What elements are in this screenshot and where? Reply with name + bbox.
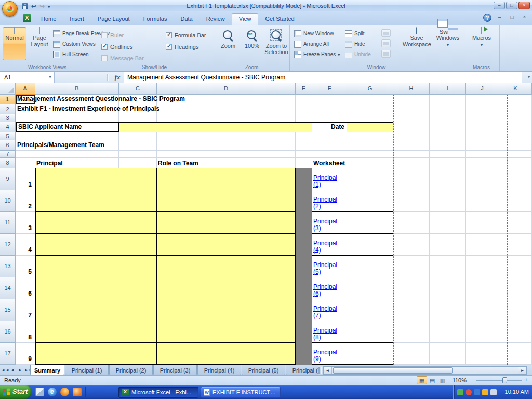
cell[interactable] [347,212,393,234]
cell[interactable] [466,158,499,168]
cell[interactable] [347,190,393,212]
row-header-5[interactable]: 5 [0,132,16,140]
divider-cell[interactable] [296,343,312,365]
cell[interactable] [296,132,312,140]
unhide-button[interactable]: Unhide [344,50,372,59]
page-layout-view-button[interactable]: Page Layout [28,27,51,60]
principal-number-cell[interactable]: 7 [16,299,35,321]
cell[interactable] [466,95,499,104]
scroll-right-icon[interactable]: ► [518,367,526,374]
column-header-G[interactable]: G [347,83,393,95]
cell[interactable] [430,140,466,151]
cell[interactable] [393,95,430,104]
role-cell[interactable] [157,234,296,256]
workbook-minimize-button[interactable] [495,14,504,21]
cell[interactable] [466,132,499,140]
role-cell[interactable] [157,190,296,212]
media-player-icon[interactable] [73,388,82,396]
principal-link[interactable]: Principal (6) [313,283,337,297]
column-header-B[interactable]: B [35,83,119,95]
antivirus-icon[interactable] [466,389,472,395]
tab-review[interactable]: Review [200,13,232,25]
cell[interactable] [430,234,466,256]
cell[interactable] [466,343,499,365]
cell[interactable] [296,158,312,168]
column-header-C[interactable]: C [119,83,157,95]
hide-button[interactable]: Hide [344,39,366,48]
cell[interactable] [393,140,430,151]
show-desktop-icon[interactable] [35,388,44,396]
cell[interactable] [430,299,466,321]
column-header-I[interactable]: I [430,83,466,95]
cell[interactable] [393,132,430,140]
worksheet-link-cell[interactable]: Principal (5) [312,256,347,277]
principal-link[interactable]: Principal (9) [313,349,337,363]
principal-name-cell[interactable] [35,190,157,212]
cell[interactable] [393,234,430,256]
divider-cell[interactable] [296,168,312,190]
cell[interactable] [430,321,466,343]
cell[interactable] [312,132,347,140]
cell[interactable] [393,122,430,132]
view-side-by-side-icon[interactable] [381,29,391,37]
sheet-tab-principal-5[interactable]: Principal (5) [242,365,285,376]
worksheet-link-cell[interactable]: Principal (2) [312,190,347,212]
cell[interactable] [430,343,466,365]
full-screen-button[interactable]: Full Screen [52,50,90,59]
cell[interactable] [312,151,347,158]
sheet-tab-principal-3[interactable]: Principal (3) [153,365,197,376]
worksheet-link-cell[interactable]: Principal (7) [312,299,347,321]
row-header-9[interactable]: 9 [0,168,16,190]
worksheet-link-cell[interactable]: Principal (1) [312,168,347,190]
cell[interactable] [499,168,532,190]
network-icon[interactable] [474,389,480,395]
principal-number-cell[interactable]: 1 [16,168,35,190]
cell[interactable] [430,212,466,234]
normal-view-button[interactable]: Normal [3,27,26,60]
headings-checkbox[interactable]: Headings [166,43,198,51]
redo-icon[interactable] [39,3,45,10]
column-header-J[interactable]: J [466,83,499,95]
worksheet-column-header-cell[interactable]: Worksheet [312,158,347,168]
zoom-to-selection-button[interactable]: Zoom to Selection [264,27,289,60]
workbook-restore-button[interactable] [508,14,516,21]
custom-views-button[interactable]: Custom Views [52,39,97,48]
principal-name-cell[interactable] [35,168,157,190]
principal-link[interactable]: Principal (4) [313,240,337,254]
zoom-in-icon[interactable]: + [525,377,528,383]
divider-cell[interactable] [296,256,312,277]
cell[interactable] [312,104,347,114]
cell[interactable] [499,104,532,114]
macros-button[interactable]: Macros [470,27,494,60]
row-header-11[interactable]: 11 [0,212,16,234]
cell[interactable] [466,256,499,277]
cell[interactable] [393,104,430,114]
switch-windows-button[interactable]: Switch Windows [433,27,462,60]
worksheet-link-cell[interactable]: Principal (4) [312,234,347,256]
cell[interactable] [499,132,532,140]
row-header-16[interactable]: 16 [0,321,16,343]
office-button[interactable] [2,1,18,17]
applicant-name-input-cell[interactable] [119,122,312,132]
cell[interactable] [499,343,532,365]
row-header-12[interactable]: 12 [0,234,16,256]
cell[interactable] [466,140,499,151]
role-cell[interactable] [157,168,296,190]
column-header-A[interactable]: A [16,83,35,95]
previous-sheet-icon[interactable]: ◄ [9,366,16,374]
cell[interactable] [499,299,532,321]
cell[interactable] [499,158,532,168]
zoom-100-button[interactable]: 100% [241,27,263,60]
column-header-K[interactable]: K [499,83,532,95]
horizontal-scrollbar[interactable]: ◄ ► [323,366,527,375]
taskbar-button-excel[interactable]: Microsoft Excel - Exhi... [118,387,198,398]
role-cell[interactable] [157,299,296,321]
column-header-E[interactable]: E [296,83,312,95]
row-header-1[interactable]: 1 [0,95,16,104]
cell[interactable] [157,104,296,114]
message-bar-checkbox[interactable]: Message Bar [101,54,144,62]
cell[interactable] [466,277,499,299]
cell[interactable] [347,158,393,168]
divider-cell[interactable] [296,321,312,343]
column-header-F[interactable]: F [312,83,347,95]
